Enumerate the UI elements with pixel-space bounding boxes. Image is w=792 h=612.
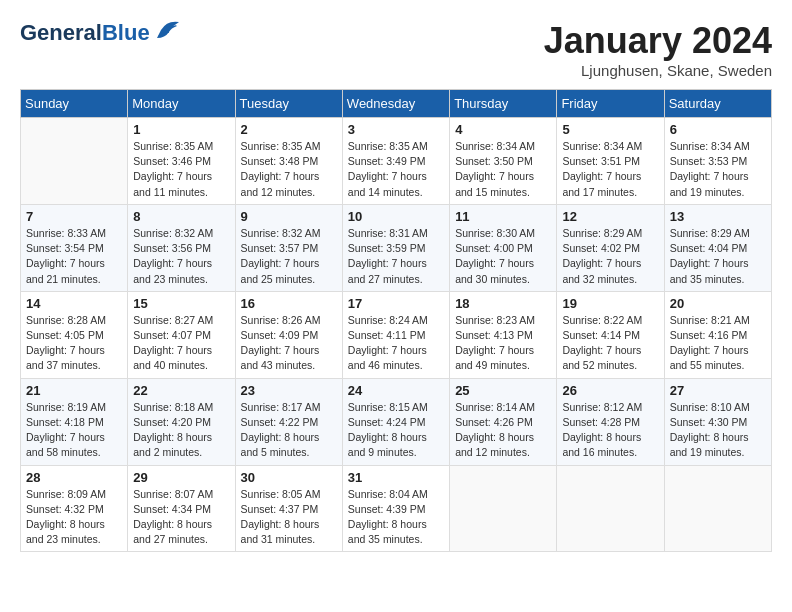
day-info: Sunrise: 8:21 AMSunset: 4:16 PMDaylight:… bbox=[670, 313, 766, 374]
table-row: 8Sunrise: 8:32 AMSunset: 3:56 PMDaylight… bbox=[128, 204, 235, 291]
calendar-week-row: 1Sunrise: 8:35 AMSunset: 3:46 PMDaylight… bbox=[21, 118, 772, 205]
table-row: 7Sunrise: 8:33 AMSunset: 3:54 PMDaylight… bbox=[21, 204, 128, 291]
day-info: Sunrise: 8:17 AMSunset: 4:22 PMDaylight:… bbox=[241, 400, 337, 461]
day-number: 22 bbox=[133, 383, 229, 398]
day-info: Sunrise: 8:34 AMSunset: 3:50 PMDaylight:… bbox=[455, 139, 551, 200]
day-number: 30 bbox=[241, 470, 337, 485]
day-number: 16 bbox=[241, 296, 337, 311]
logo-blue-text: Blue bbox=[102, 20, 150, 46]
day-info: Sunrise: 8:10 AMSunset: 4:30 PMDaylight:… bbox=[670, 400, 766, 461]
calendar-week-row: 14Sunrise: 8:28 AMSunset: 4:05 PMDayligh… bbox=[21, 291, 772, 378]
day-number: 4 bbox=[455, 122, 551, 137]
table-row: 22Sunrise: 8:18 AMSunset: 4:20 PMDayligh… bbox=[128, 378, 235, 465]
day-number: 28 bbox=[26, 470, 122, 485]
day-number: 24 bbox=[348, 383, 444, 398]
table-row: 20Sunrise: 8:21 AMSunset: 4:16 PMDayligh… bbox=[664, 291, 771, 378]
day-number: 25 bbox=[455, 383, 551, 398]
calendar-table: Sunday Monday Tuesday Wednesday Thursday… bbox=[20, 89, 772, 552]
table-row bbox=[450, 465, 557, 552]
day-info: Sunrise: 8:35 AMSunset: 3:46 PMDaylight:… bbox=[133, 139, 229, 200]
table-row: 16Sunrise: 8:26 AMSunset: 4:09 PMDayligh… bbox=[235, 291, 342, 378]
logo-general-text: General bbox=[20, 20, 102, 46]
day-info: Sunrise: 8:15 AMSunset: 4:24 PMDaylight:… bbox=[348, 400, 444, 461]
day-number: 19 bbox=[562, 296, 658, 311]
table-row: 13Sunrise: 8:29 AMSunset: 4:04 PMDayligh… bbox=[664, 204, 771, 291]
table-row bbox=[557, 465, 664, 552]
table-row: 24Sunrise: 8:15 AMSunset: 4:24 PMDayligh… bbox=[342, 378, 449, 465]
day-info: Sunrise: 8:24 AMSunset: 4:11 PMDaylight:… bbox=[348, 313, 444, 374]
day-info: Sunrise: 8:28 AMSunset: 4:05 PMDaylight:… bbox=[26, 313, 122, 374]
day-number: 7 bbox=[26, 209, 122, 224]
table-row: 14Sunrise: 8:28 AMSunset: 4:05 PMDayligh… bbox=[21, 291, 128, 378]
col-monday: Monday bbox=[128, 90, 235, 118]
day-info: Sunrise: 8:30 AMSunset: 4:00 PMDaylight:… bbox=[455, 226, 551, 287]
table-row: 9Sunrise: 8:32 AMSunset: 3:57 PMDaylight… bbox=[235, 204, 342, 291]
day-info: Sunrise: 8:31 AMSunset: 3:59 PMDaylight:… bbox=[348, 226, 444, 287]
day-info: Sunrise: 8:29 AMSunset: 4:02 PMDaylight:… bbox=[562, 226, 658, 287]
day-info: Sunrise: 8:27 AMSunset: 4:07 PMDaylight:… bbox=[133, 313, 229, 374]
day-info: Sunrise: 8:33 AMSunset: 3:54 PMDaylight:… bbox=[26, 226, 122, 287]
col-saturday: Saturday bbox=[664, 90, 771, 118]
day-info: Sunrise: 8:32 AMSunset: 3:57 PMDaylight:… bbox=[241, 226, 337, 287]
day-info: Sunrise: 8:14 AMSunset: 4:26 PMDaylight:… bbox=[455, 400, 551, 461]
col-friday: Friday bbox=[557, 90, 664, 118]
logo: General Blue bbox=[20, 20, 181, 46]
day-info: Sunrise: 8:07 AMSunset: 4:34 PMDaylight:… bbox=[133, 487, 229, 548]
day-number: 10 bbox=[348, 209, 444, 224]
col-tuesday: Tuesday bbox=[235, 90, 342, 118]
day-number: 17 bbox=[348, 296, 444, 311]
table-row: 15Sunrise: 8:27 AMSunset: 4:07 PMDayligh… bbox=[128, 291, 235, 378]
day-info: Sunrise: 8:05 AMSunset: 4:37 PMDaylight:… bbox=[241, 487, 337, 548]
day-info: Sunrise: 8:35 AMSunset: 3:49 PMDaylight:… bbox=[348, 139, 444, 200]
table-row: 11Sunrise: 8:30 AMSunset: 4:00 PMDayligh… bbox=[450, 204, 557, 291]
table-row: 6Sunrise: 8:34 AMSunset: 3:53 PMDaylight… bbox=[664, 118, 771, 205]
table-row bbox=[664, 465, 771, 552]
day-info: Sunrise: 8:23 AMSunset: 4:13 PMDaylight:… bbox=[455, 313, 551, 374]
table-row: 27Sunrise: 8:10 AMSunset: 4:30 PMDayligh… bbox=[664, 378, 771, 465]
day-number: 31 bbox=[348, 470, 444, 485]
day-number: 1 bbox=[133, 122, 229, 137]
day-number: 2 bbox=[241, 122, 337, 137]
table-row: 3Sunrise: 8:35 AMSunset: 3:49 PMDaylight… bbox=[342, 118, 449, 205]
location-subtitle: Ljunghusen, Skane, Sweden bbox=[544, 62, 772, 79]
day-number: 21 bbox=[26, 383, 122, 398]
table-row: 23Sunrise: 8:17 AMSunset: 4:22 PMDayligh… bbox=[235, 378, 342, 465]
logo-bird-icon bbox=[153, 18, 181, 44]
day-number: 13 bbox=[670, 209, 766, 224]
col-wednesday: Wednesday bbox=[342, 90, 449, 118]
day-number: 3 bbox=[348, 122, 444, 137]
calendar-week-row: 28Sunrise: 8:09 AMSunset: 4:32 PMDayligh… bbox=[21, 465, 772, 552]
table-row: 5Sunrise: 8:34 AMSunset: 3:51 PMDaylight… bbox=[557, 118, 664, 205]
day-number: 12 bbox=[562, 209, 658, 224]
calendar-week-row: 21Sunrise: 8:19 AMSunset: 4:18 PMDayligh… bbox=[21, 378, 772, 465]
title-block: January 2024 Ljunghusen, Skane, Sweden bbox=[544, 20, 772, 79]
day-number: 23 bbox=[241, 383, 337, 398]
table-row bbox=[21, 118, 128, 205]
day-number: 27 bbox=[670, 383, 766, 398]
day-info: Sunrise: 8:19 AMSunset: 4:18 PMDaylight:… bbox=[26, 400, 122, 461]
day-number: 29 bbox=[133, 470, 229, 485]
day-number: 9 bbox=[241, 209, 337, 224]
table-row: 21Sunrise: 8:19 AMSunset: 4:18 PMDayligh… bbox=[21, 378, 128, 465]
table-row: 30Sunrise: 8:05 AMSunset: 4:37 PMDayligh… bbox=[235, 465, 342, 552]
table-row: 29Sunrise: 8:07 AMSunset: 4:34 PMDayligh… bbox=[128, 465, 235, 552]
day-number: 14 bbox=[26, 296, 122, 311]
col-thursday: Thursday bbox=[450, 90, 557, 118]
day-info: Sunrise: 8:34 AMSunset: 3:51 PMDaylight:… bbox=[562, 139, 658, 200]
table-row: 25Sunrise: 8:14 AMSunset: 4:26 PMDayligh… bbox=[450, 378, 557, 465]
day-number: 11 bbox=[455, 209, 551, 224]
table-row: 2Sunrise: 8:35 AMSunset: 3:48 PMDaylight… bbox=[235, 118, 342, 205]
day-info: Sunrise: 8:04 AMSunset: 4:39 PMDaylight:… bbox=[348, 487, 444, 548]
day-info: Sunrise: 8:09 AMSunset: 4:32 PMDaylight:… bbox=[26, 487, 122, 548]
day-info: Sunrise: 8:18 AMSunset: 4:20 PMDaylight:… bbox=[133, 400, 229, 461]
table-row: 19Sunrise: 8:22 AMSunset: 4:14 PMDayligh… bbox=[557, 291, 664, 378]
day-number: 6 bbox=[670, 122, 766, 137]
table-row: 4Sunrise: 8:34 AMSunset: 3:50 PMDaylight… bbox=[450, 118, 557, 205]
month-title: January 2024 bbox=[544, 20, 772, 62]
table-row: 17Sunrise: 8:24 AMSunset: 4:11 PMDayligh… bbox=[342, 291, 449, 378]
day-info: Sunrise: 8:34 AMSunset: 3:53 PMDaylight:… bbox=[670, 139, 766, 200]
page-header: General Blue January 2024 Ljunghusen, Sk… bbox=[20, 20, 772, 79]
day-info: Sunrise: 8:29 AMSunset: 4:04 PMDaylight:… bbox=[670, 226, 766, 287]
day-number: 15 bbox=[133, 296, 229, 311]
day-number: 5 bbox=[562, 122, 658, 137]
